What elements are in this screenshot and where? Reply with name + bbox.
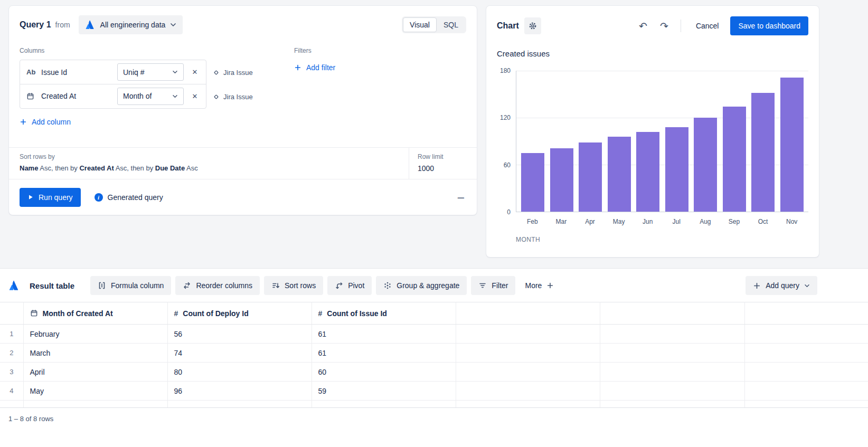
column-row-issue-id[interactable]: Ab Issue Id Uniq # ✕ bbox=[20, 60, 206, 84]
bar[interactable] bbox=[780, 78, 804, 212]
y-tick-label: 120 bbox=[500, 114, 511, 121]
table-cell[interactable] bbox=[600, 363, 744, 382]
bar-nov[interactable] bbox=[778, 71, 807, 212]
add-column-button[interactable]: Add column bbox=[20, 118, 71, 126]
table-cell[interactable] bbox=[456, 401, 600, 408]
bar-jun[interactable] bbox=[634, 71, 663, 212]
filter-button[interactable]: Filter bbox=[471, 276, 515, 295]
row-limit-value[interactable]: 1000 bbox=[418, 164, 468, 173]
bar[interactable] bbox=[579, 142, 602, 212]
table-cell[interactable]: March bbox=[23, 344, 167, 363]
view-toggle-visual[interactable]: Visual bbox=[403, 17, 437, 32]
table-cell[interactable] bbox=[744, 401, 868, 408]
cancel-button[interactable]: Cancel bbox=[690, 22, 725, 30]
table-row: 2March7461 bbox=[0, 344, 868, 363]
view-toggle-sql[interactable]: SQL bbox=[437, 17, 465, 32]
bar[interactable] bbox=[521, 153, 544, 212]
table-cell[interactable] bbox=[600, 401, 744, 408]
bar[interactable] bbox=[723, 107, 746, 212]
add-filter-button[interactable]: Add filter bbox=[294, 63, 335, 72]
table-cell[interactable]: 74 bbox=[167, 344, 312, 363]
remove-column-button[interactable]: ✕ bbox=[188, 89, 202, 103]
more-button[interactable]: More bbox=[520, 281, 559, 290]
columns-section: Columns Ab Issue Id Uniq # ✕ bbox=[20, 47, 466, 126]
column-header-month[interactable]: Month of Created At bbox=[23, 302, 167, 325]
bar-aug[interactable] bbox=[691, 71, 720, 212]
table-cell[interactable]: 96 bbox=[167, 382, 312, 401]
column-header-deploy-count[interactable]: # Count of Deploy Id bbox=[167, 302, 312, 325]
source-tag-label: Jira Issue bbox=[223, 93, 253, 101]
table-cell[interactable]: 102 bbox=[167, 401, 312, 408]
bar[interactable] bbox=[636, 132, 659, 212]
table-cell[interactable] bbox=[744, 325, 868, 344]
table-cell[interactable] bbox=[744, 344, 868, 363]
bar[interactable] bbox=[550, 148, 573, 212]
data-source-selector[interactable]: All engineering data bbox=[79, 15, 183, 34]
table-cell[interactable]: 80 bbox=[167, 363, 312, 382]
table-cell[interactable] bbox=[744, 363, 868, 382]
bar-feb[interactable] bbox=[518, 71, 548, 212]
empty-column-header[interactable] bbox=[744, 302, 868, 325]
bar-apr[interactable] bbox=[576, 71, 605, 212]
save-to-dashboard-button[interactable]: Save to dashboard bbox=[730, 16, 808, 35]
group-aggregate-label: Group & aggregate bbox=[397, 281, 459, 290]
table-cell[interactable]: May bbox=[23, 382, 167, 401]
query-title: Query 1 bbox=[20, 20, 51, 30]
chart-settings-button[interactable] bbox=[524, 17, 541, 34]
bar-sep[interactable] bbox=[720, 71, 749, 212]
empty-column-header[interactable] bbox=[456, 302, 600, 325]
table-cell[interactable]: 61 bbox=[312, 325, 456, 344]
sort-rows-button[interactable]: Sort rows bbox=[264, 276, 323, 295]
table-cell[interactable]: 60 bbox=[312, 401, 456, 408]
source-tag-jira-issue: Jira Issue bbox=[213, 84, 253, 109]
view-toggle: Visual SQL bbox=[402, 16, 466, 33]
bar[interactable] bbox=[694, 118, 717, 212]
redo-icon[interactable]: ↷ bbox=[656, 18, 672, 33]
remove-column-button[interactable]: ✕ bbox=[188, 65, 202, 79]
table-cell[interactable] bbox=[600, 382, 744, 401]
analytics-page: Query 1 from All engineering data Visual… bbox=[0, 0, 868, 447]
info-icon[interactable]: i bbox=[95, 193, 103, 202]
formula-column-button[interactable]: Formula column bbox=[90, 276, 171, 295]
table-cell[interactable] bbox=[744, 382, 868, 401]
add-query-label: Add query bbox=[766, 281, 799, 290]
table-cell[interactable]: 61 bbox=[312, 344, 456, 363]
bar-may[interactable] bbox=[605, 71, 634, 212]
bar-mar[interactable] bbox=[548, 71, 577, 212]
generated-query: i Generated query bbox=[95, 193, 163, 202]
table-cell[interactable] bbox=[456, 382, 600, 401]
table-cell[interactable]: February bbox=[23, 325, 167, 344]
add-query-button[interactable]: Add query bbox=[746, 276, 817, 295]
table-cell[interactable] bbox=[456, 325, 600, 344]
table-cell[interactable] bbox=[456, 344, 600, 363]
table-cell[interactable] bbox=[600, 325, 744, 344]
bar-jul[interactable] bbox=[663, 71, 692, 212]
group-aggregate-button[interactable]: Group & aggregate bbox=[376, 276, 467, 295]
table-cell[interactable] bbox=[600, 344, 744, 363]
bar-oct[interactable] bbox=[749, 71, 778, 212]
column-header-issue-count[interactable]: # Count of Issue Id bbox=[312, 302, 456, 325]
row-number: 2 bbox=[0, 344, 23, 363]
aggregate-select[interactable]: Uniq # bbox=[117, 63, 184, 81]
table-cell[interactable]: 60 bbox=[312, 363, 456, 382]
table-cell[interactable]: June bbox=[23, 401, 167, 408]
reorder-columns-button[interactable]: Reorder columns bbox=[175, 276, 260, 295]
table-cell[interactable]: 59 bbox=[312, 382, 456, 401]
table-cell[interactable]: 56 bbox=[167, 325, 312, 344]
bar[interactable] bbox=[665, 127, 688, 212]
bar[interactable] bbox=[751, 93, 775, 212]
bar[interactable] bbox=[608, 137, 631, 212]
collapse-button[interactable]: – bbox=[456, 192, 466, 203]
undo-icon[interactable]: ↶ bbox=[635, 18, 651, 33]
run-query-button[interactable]: Run query bbox=[20, 188, 81, 207]
column-row-created-at[interactable]: Created At Month of ✕ bbox=[20, 84, 206, 108]
table-status-bar: 1 – 8 of 8 rows bbox=[0, 407, 868, 447]
aggregate-select[interactable]: Month of bbox=[117, 88, 184, 105]
table-cell[interactable] bbox=[456, 363, 600, 382]
column-header-label: Month of Created At bbox=[43, 309, 113, 318]
pivot-button[interactable]: Pivot bbox=[327, 276, 372, 295]
table-cell[interactable]: April bbox=[23, 363, 167, 382]
add-column-label: Add column bbox=[32, 118, 71, 126]
divider bbox=[681, 20, 681, 32]
empty-column-header[interactable] bbox=[600, 302, 744, 325]
